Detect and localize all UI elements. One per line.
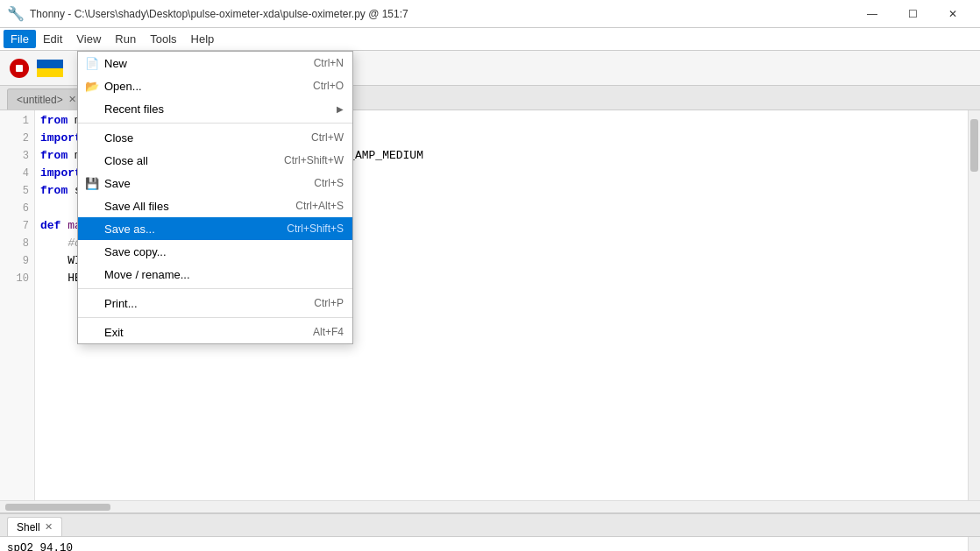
menu-item-open[interactable]: 📂 Open... Ctrl+O <box>78 74 352 97</box>
line-num-1: 1 <box>23 112 29 130</box>
scrollbar-thumb-vertical[interactable] <box>970 119 978 172</box>
menu-item-move-rename[interactable]: Move / rename... <box>78 263 352 286</box>
save-icon: 💾 <box>85 177 99 190</box>
shell-row: spO2 94.10 bpm 67 R: 1.821996 spO2 94.8 … <box>0 537 980 551</box>
menu-item-new[interactable]: 📄 New Ctrl+N <box>78 52 352 74</box>
shell-content[interactable]: spO2 94.10 bpm 67 R: 1.821996 spO2 94.8 … <box>0 537 968 551</box>
shell-tab-close[interactable]: ✕ <box>45 521 53 533</box>
close-button[interactable]: ✕ <box>933 0 973 28</box>
menu-item-open-shortcut: Ctrl+O <box>313 80 344 92</box>
menu-item-close-label: Close <box>104 131 311 145</box>
line-num-7: 7 <box>23 217 29 235</box>
horizontal-scrollbar[interactable] <box>0 500 980 512</box>
menu-item-close-all[interactable]: Close all Ctrl+Shift+W <box>78 149 352 172</box>
tab-untitled[interactable]: <untitled> ✕ <box>7 88 86 109</box>
new-file-icon: 📄 <box>85 57 99 70</box>
menu-item-exit-label: Exit <box>104 326 313 339</box>
menu-item-save-all[interactable]: Save All files Ctrl+Alt+S <box>78 194 352 217</box>
flag-bottom <box>37 68 63 77</box>
menu-item-close-all-shortcut: Ctrl+Shift+W <box>284 154 344 166</box>
file-menu-dropdown: 📄 New Ctrl+N 📂 Open... Ctrl+O Recent fil… <box>77 51 353 344</box>
menubar: File Edit View Run Tools Help <box>0 28 980 51</box>
app-icon: 🔧 <box>7 5 25 22</box>
line-num-10: 10 <box>17 270 29 287</box>
shell-tab-label: Shell <box>17 521 40 533</box>
menu-item-recent-label: Recent files <box>104 102 337 116</box>
maximize-button[interactable]: ☐ <box>892 0 933 28</box>
line-num-9: 9 <box>23 252 29 270</box>
window-controls: — ☐ ✕ <box>852 0 973 28</box>
menu-item-recent[interactable]: Recent files ▶ <box>78 97 352 120</box>
line-num-3: 3 <box>23 147 29 165</box>
stop-button[interactable] <box>7 56 32 81</box>
editor-vertical-scrollbar[interactable] <box>968 110 980 500</box>
menu-item-open-label: Open... <box>104 80 313 93</box>
menu-item-new-shortcut: Ctrl+N <box>314 57 344 69</box>
menu-item-save-copy-label: Save copy... <box>104 245 344 258</box>
menu-item-save-as-label: Save as... <box>104 223 287 236</box>
menu-item-exit[interactable]: Exit Alt+F4 <box>78 321 352 343</box>
menu-view[interactable]: View <box>69 30 108 48</box>
titlebar: 🔧 Thonny - C:\Users\shady\Desktop\pulse-… <box>0 0 980 28</box>
separator-2 <box>78 288 352 289</box>
menu-item-save-shortcut: Ctrl+S <box>314 177 344 189</box>
line-num-5: 5 <box>23 182 29 200</box>
line-num-4: 4 <box>23 165 29 182</box>
tab-untitled-close[interactable]: ✕ <box>68 94 76 105</box>
open-icon: 📂 <box>85 80 99 93</box>
menu-item-save-as[interactable]: Save as... Ctrl+Shift+S <box>78 217 352 240</box>
ukraine-flag <box>37 60 63 77</box>
menu-item-print-shortcut: Ctrl+P <box>314 297 344 309</box>
shell-panel: Shell ✕ spO2 94.10 bpm 67 R: 1.821996 sp… <box>0 512 980 551</box>
menu-item-close-all-label: Close all <box>104 154 284 167</box>
separator-1 <box>78 123 352 124</box>
menu-item-save-as-shortcut: Ctrl+Shift+S <box>287 223 344 235</box>
tab-untitled-label: <untitled> <box>17 94 63 106</box>
menu-item-new-label: New <box>104 57 314 70</box>
menu-item-exit-shortcut: Alt+F4 <box>313 326 344 338</box>
submenu-arrow-recent: ▶ <box>337 104 344 114</box>
shell-line-0: spO2 94.10 <box>7 540 961 551</box>
menu-item-print[interactable]: Print... Ctrl+P <box>78 292 352 314</box>
menu-item-close-shortcut: Ctrl+W <box>311 131 344 144</box>
minimize-button[interactable]: — <box>852 0 892 28</box>
tab-shell[interactable]: Shell ✕ <box>7 517 62 536</box>
titlebar-title: Thonny - C:\Users\shady\Desktop\pulse-ox… <box>30 8 408 20</box>
line-num-2: 2 <box>23 130 29 147</box>
titlebar-left: 🔧 Thonny - C:\Users\shady\Desktop\pulse-… <box>7 5 408 22</box>
menu-item-close[interactable]: Close Ctrl+W <box>78 126 352 149</box>
menu-edit[interactable]: Edit <box>36 30 69 48</box>
menu-tools[interactable]: Tools <box>143 30 183 48</box>
menu-help[interactable]: Help <box>184 30 222 48</box>
menu-item-print-label: Print... <box>104 297 314 310</box>
menu-item-save-label: Save <box>104 177 314 190</box>
menu-item-save-copy[interactable]: Save copy... <box>78 240 352 263</box>
menu-item-save-all-label: Save All files <box>104 200 295 213</box>
shell-tabs: Shell ✕ <box>0 514 980 537</box>
menu-item-move-rename-label: Move / rename... <box>104 268 344 281</box>
menu-item-save-all-shortcut: Ctrl+Alt+S <box>295 200 344 212</box>
flag-top <box>37 60 63 68</box>
editor-gutter: 1 2 3 4 5 6 7 8 9 10 <box>0 110 35 500</box>
line-num-6: 6 <box>23 200 29 217</box>
shell-vertical-scrollbar[interactable] <box>968 537 980 551</box>
line-num-8: 8 <box>23 235 29 252</box>
menu-run[interactable]: Run <box>108 30 143 48</box>
stop-icon <box>10 59 29 78</box>
menu-item-save[interactable]: 💾 Save Ctrl+S <box>78 172 352 194</box>
scrollbar-thumb-horizontal[interactable] <box>5 504 110 511</box>
menu-file[interactable]: File <box>4 30 36 48</box>
separator-3 <box>78 317 352 318</box>
